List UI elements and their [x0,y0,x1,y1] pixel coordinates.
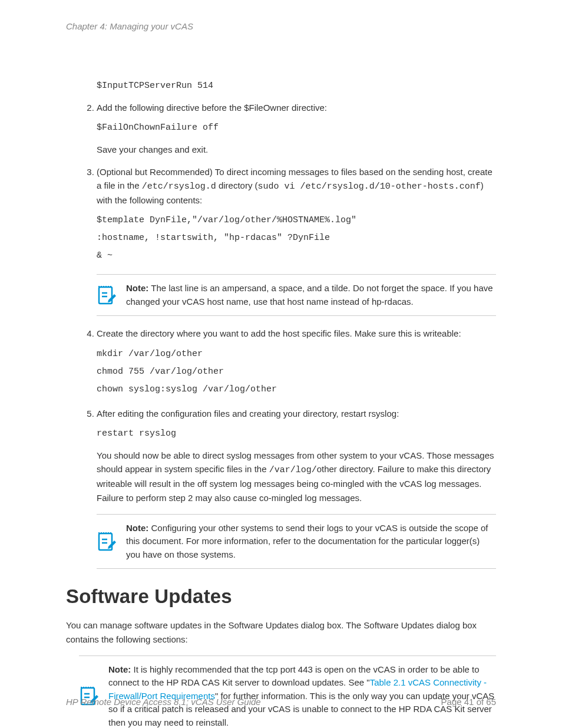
note-2: Note: Configuring your other systems to … [97,514,496,569]
step4-code: mkdir /var/log/other chmod 755 /var/log/… [97,345,496,398]
note-label: Note: [108,664,131,674]
note-3: Note: It is highly recommended that the … [79,655,496,728]
step5-code: restart rsyslog [97,425,496,443]
step3-text-b: directory ( [216,180,258,190]
step5-after: You should now be able to direct syslog … [97,449,496,505]
note-1: Note: The last line is an ampersand, a s… [97,274,496,316]
step-2: Add the following directive before the $… [97,101,496,157]
note3-text: Note: It is highly recommended that the … [108,663,496,728]
note2-body: Configuring your other systems to send t… [126,523,488,559]
footer-page-number: Page 41 of 65 [441,697,496,707]
ordered-steps: Add the following directive before the $… [66,101,496,569]
step2-after: Save your changes and exit. [97,143,496,156]
footer-doc-title: HP Remote Device Access 8.1: vCAS User G… [66,697,261,707]
step2-code: $FailOnChownFailure off [97,119,496,137]
note2-text: Note: Configuring your other systems to … [126,522,496,562]
step2-intro: Add the following directive before the $… [97,101,496,114]
chapter-header: Chapter 4: Managing your vCAS [66,21,496,31]
section-intro: You can manage software updates in the S… [66,618,496,646]
step3-intro: (Optional but Recommended) To direct inc… [97,165,496,207]
step5-path: /var/log/ [269,465,317,475]
note-icon [97,531,117,552]
section-heading-software-updates: Software Updates [66,585,496,608]
note-label: Note: [126,283,148,293]
note1-text: Note: The last line is an ampersand, a s… [126,282,496,308]
step4-intro: Create the directory where you want to a… [97,327,496,340]
page-footer: HP Remote Device Access 8.1: vCAS User G… [66,697,496,707]
step1-code: $InputTCPServerRun 514 [97,77,496,95]
step5-intro: After editing the configuration files an… [97,407,496,420]
note-icon [97,285,117,306]
step3-path: /etc/rsyslog.d [142,182,216,192]
step-4: Create the directory where you want to a… [97,327,496,398]
note-label: Note: [126,523,148,533]
note1-body: The last line is an ampersand, a space, … [126,283,493,307]
step3-cmd: sudo vi /etc/rsyslog.d/10-other-hosts.co… [258,182,481,192]
step-5: After editing the configuration files an… [97,407,496,569]
step3-code: $template DynFile,"/var/log/other/%HOSTN… [97,212,496,265]
step-3: (Optional but Recommended) To direct inc… [97,165,496,317]
